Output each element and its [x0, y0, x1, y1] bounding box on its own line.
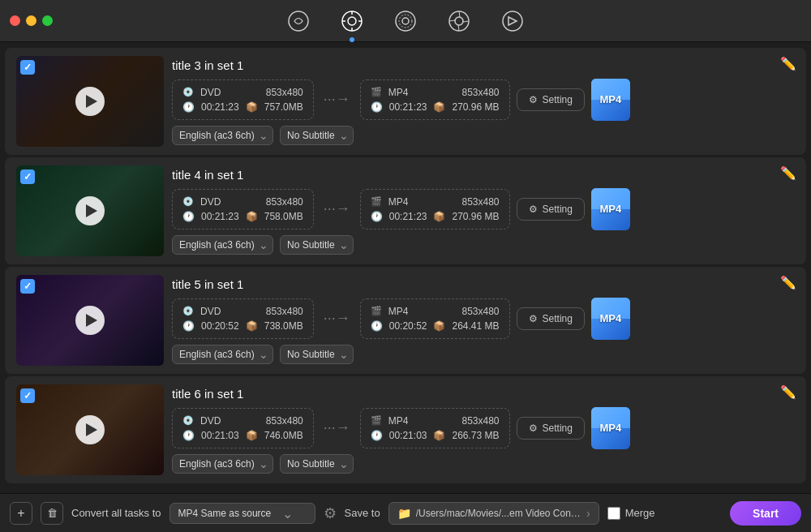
nav-burn-icon[interactable]: [444, 6, 474, 36]
source-box-2: 💿 DVD 853x480 🕐 00:20:52 📦 738.0MB: [172, 298, 314, 339]
source-resolution-2: 853x480: [266, 306, 303, 317]
nav-icons: [284, 6, 527, 36]
audio-select-2[interactable]: English (ac3 6ch): [172, 345, 273, 364]
edit-icon-2[interactable]: ✏️: [780, 275, 796, 290]
thumb-overlay-3: [16, 384, 164, 475]
settings-gear-button[interactable]: ⚙: [324, 504, 337, 522]
source-meta-line-3: 🕐 00:21:03 📦 746.0MB: [182, 430, 303, 441]
output-format-icon-3: 🎬: [371, 415, 382, 426]
filesize-icon-2: 📦: [246, 320, 258, 332]
nav-rip-icon[interactable]: [498, 6, 527, 36]
edit-icon-0[interactable]: ✏️: [780, 56, 796, 71]
nav-audio-icon[interactable]: [284, 6, 313, 36]
save-to-label: Save to: [345, 507, 380, 519]
merge-checkbox[interactable]: [607, 507, 620, 520]
edit-icon-1[interactable]: ✏️: [780, 165, 796, 181]
source-box-1: 💿 DVD 853x480 🕐 00:21:23 📦 758.0MB: [172, 189, 314, 230]
controls-row-0: English (ac3 6ch) No Subtitle: [172, 126, 795, 145]
add-button[interactable]: +: [10, 502, 32, 525]
setting-button-3[interactable]: ⚙ Setting: [517, 417, 585, 440]
source-size-3: 746.0MB: [264, 430, 303, 441]
checkbox-1[interactable]: [20, 169, 35, 184]
thumbnail-3[interactable]: [16, 384, 164, 475]
nav-disc-icon[interactable]: [391, 6, 420, 36]
nav-convert-icon[interactable]: [337, 6, 367, 36]
output-meta-line-1: 🕐 00:21:23 📦 270.96 MB: [371, 211, 500, 222]
source-meta-line-0: 🕐 00:21:23 📦 757.0MB: [182, 101, 303, 113]
checkbox-0[interactable]: [20, 60, 35, 75]
output-box-1: 🎬 MP4 853x480 🕐 00:21:23 📦 270.96 MB: [360, 189, 510, 230]
item-info-1: title 4 in set 1 💿 DVD 853x480 🕐 00:21:2…: [172, 168, 795, 255]
checkbox-2[interactable]: [20, 279, 35, 294]
source-duration-2: 00:20:52: [201, 320, 239, 332]
audio-select-3[interactable]: English (ac3 6ch): [172, 454, 273, 474]
play-button-0[interactable]: [75, 87, 105, 116]
source-duration-0: 00:21:23: [201, 101, 239, 113]
thumbnail-1[interactable]: [16, 165, 164, 256]
subtitle-select-1[interactable]: No Subtitle: [280, 235, 354, 255]
item-title-0: title 3 in set 1: [172, 58, 795, 72]
source-box-0: 💿 DVD 853x480 🕐 00:21:23 📦 757.0MB: [172, 79, 314, 120]
output-format-line-3: 🎬 MP4 853x480: [371, 415, 500, 427]
output-duration-2: 00:20:52: [389, 320, 427, 332]
play-button-3[interactable]: [75, 415, 105, 444]
maximize-button[interactable]: [42, 15, 53, 26]
mp4-badge-2: MP4: [591, 298, 630, 340]
clock-icon-2: 🕐: [182, 320, 195, 332]
mp4-text-3: MP4: [600, 422, 622, 434]
subtitle-select-0[interactable]: No Subtitle: [280, 126, 354, 145]
output-format-line-2: 🎬 MP4 853x480: [371, 306, 500, 317]
save-path-text: /Users/mac/Movies/...em Video Converter: [416, 508, 581, 519]
mp4-text-1: MP4: [600, 203, 622, 215]
subtitle-select-2[interactable]: No Subtitle: [280, 345, 354, 364]
output-meta-line-3: 🕐 00:21:03 📦 266.73 MB: [371, 430, 500, 441]
play-button-2[interactable]: [75, 306, 105, 335]
source-duration-1: 00:21:23: [201, 211, 239, 222]
traffic-lights: [10, 15, 53, 26]
thumb-overlay-2: [16, 275, 164, 366]
minimize-button[interactable]: [26, 15, 36, 26]
item-info-2: title 5 in set 1 💿 DVD 853x480 🕐 00:20:5…: [172, 277, 795, 364]
setting-button-2[interactable]: ⚙ Setting: [517, 307, 585, 330]
source-format-1: DVD: [200, 196, 221, 208]
item-title-1: title 4 in set 1: [172, 168, 795, 182]
output-size-3: 266.73 MB: [452, 430, 499, 441]
output-clock-icon-0: 🕐: [371, 101, 383, 113]
edit-icon-3[interactable]: ✏️: [780, 384, 796, 400]
audio-select-0[interactable]: English (ac3 6ch): [172, 126, 273, 145]
play-button-1[interactable]: [75, 196, 105, 225]
thumbnail-0[interactable]: [16, 56, 164, 147]
output-format-0: MP4: [388, 87, 409, 98]
convert-select[interactable]: MP4 Same as source: [169, 503, 315, 524]
item-info-3: title 6 in set 1 💿 DVD 853x480 🕐 00:21:0…: [172, 387, 795, 474]
source-resolution-3: 853x480: [266, 415, 303, 427]
folder-icon: 📁: [397, 507, 411, 520]
setting-button-1[interactable]: ⚙ Setting: [517, 198, 585, 221]
output-resolution-2: 853x480: [461, 306, 499, 317]
mp4-badge-0: MP4: [591, 79, 630, 121]
delete-button[interactable]: 🗑: [41, 502, 63, 525]
source-resolution-0: 853x480: [266, 87, 303, 98]
subtitle-select-3[interactable]: No Subtitle: [280, 454, 354, 474]
output-resolution-0: 853x480: [461, 87, 499, 98]
source-size-1: 758.0MB: [264, 211, 303, 222]
thumb-overlay-1: [16, 165, 164, 256]
start-button[interactable]: Start: [730, 501, 801, 526]
checkbox-3[interactable]: [20, 388, 35, 403]
setting-gear-icon-3: ⚙: [529, 423, 538, 434]
clock-icon-1: 🕐: [182, 211, 195, 222]
controls-row-1: English (ac3 6ch) No Subtitle: [172, 235, 795, 255]
source-format-2: DVD: [200, 306, 221, 317]
format-row-1: 💿 DVD 853x480 🕐 00:21:23 📦 758.0MB ···→ …: [172, 188, 795, 230]
video-item: title 6 in set 1 💿 DVD 853x480 🕐 00:21:0…: [5, 376, 806, 483]
clock-icon-0: 🕐: [182, 101, 195, 113]
source-size-0: 757.0MB: [264, 101, 303, 113]
close-button[interactable]: [10, 15, 20, 26]
output-format-icon-1: 🎬: [371, 196, 382, 207]
save-path-display[interactable]: 📁 /Users/mac/Movies/...em Video Converte…: [388, 502, 599, 525]
thumbnail-2[interactable]: [16, 275, 164, 366]
audio-select-1[interactable]: English (ac3 6ch): [172, 235, 273, 255]
output-size-1: 270.96 MB: [452, 211, 499, 222]
svg-point-4: [402, 18, 409, 24]
setting-button-0[interactable]: ⚙ Setting: [517, 88, 585, 111]
